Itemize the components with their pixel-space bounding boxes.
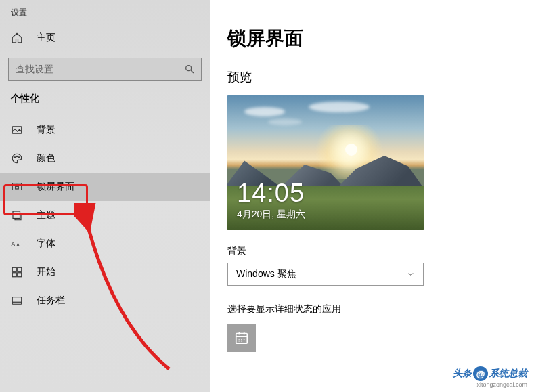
sidebar-item-fonts[interactable]: AA 字体: [0, 230, 210, 258]
section-header: 个性化: [0, 93, 210, 116]
preview-overlay: 14:05 4月20日, 星期六: [237, 180, 305, 221]
sidebar-item-label: 主题: [37, 209, 55, 221]
svg-point-4: [16, 156, 18, 157]
dropdown-selected: Windows 聚焦: [236, 268, 296, 280]
lockscreen-icon: [11, 181, 23, 193]
start-icon: [11, 266, 23, 278]
main-content: 锁屏界面 预览 14:05 4月20日, 星期六 背景 Windows 聚焦 选…: [227, 26, 522, 352]
preview-time: 14:05: [237, 180, 305, 207]
svg-point-0: [186, 66, 192, 71]
sidebar-item-background[interactable]: 背景: [0, 116, 210, 144]
svg-rect-7: [16, 186, 19, 189]
calendar-icon: [234, 330, 249, 345]
taskbar-icon: [11, 295, 23, 307]
lockscreen-preview: 14:05 4月20日, 星期六: [227, 95, 424, 230]
sidebar-item-label: 背景: [37, 124, 55, 136]
svg-point-5: [18, 157, 20, 158]
sidebar-item-lockscreen[interactable]: 锁屏界面: [0, 173, 210, 201]
sidebar-item-label: 任务栏: [37, 295, 65, 307]
sidebar-item-label: 锁屏界面: [37, 181, 74, 193]
picture-icon: [11, 124, 23, 136]
svg-rect-8: [13, 211, 20, 219]
svg-rect-17: [236, 334, 248, 344]
palette-icon: [11, 152, 23, 165]
background-label: 背景: [227, 245, 522, 257]
svg-rect-14: [18, 273, 22, 277]
search-icon: [184, 64, 195, 74]
svg-line-1: [191, 70, 194, 73]
sidebar-item-taskbar[interactable]: 任务栏: [0, 286, 210, 315]
home-nav[interactable]: 主页: [0, 25, 210, 51]
search-box: [8, 58, 202, 81]
preview-label: 预览: [227, 69, 522, 85]
svg-text:A: A: [16, 242, 20, 247]
sidebar-item-colors[interactable]: 颜色: [0, 144, 210, 173]
svg-rect-12: [18, 267, 22, 271]
app-title: 设置: [0, 7, 210, 25]
sidebar: 设置 主页 个性化 背景 颜色 锁屏界面 主题: [0, 0, 210, 392]
fonts-icon: AA: [11, 238, 23, 250]
chevron-down-icon: [407, 270, 415, 278]
sidebar-item-themes[interactable]: 主题: [0, 201, 210, 230]
home-label: 主页: [37, 32, 55, 44]
sidebar-item-start[interactable]: 开始: [0, 258, 210, 286]
svg-rect-11: [12, 267, 16, 271]
sidebar-item-label: 颜色: [37, 152, 55, 165]
page-title: 锁屏界面: [227, 26, 522, 51]
sidebar-item-label: 字体: [37, 238, 55, 250]
search-input[interactable]: [8, 58, 202, 81]
detail-app-tile[interactable]: [227, 324, 256, 352]
home-icon: [11, 32, 23, 44]
svg-text:A: A: [11, 240, 16, 248]
preview-date: 4月20日, 星期六: [237, 209, 305, 221]
themes-icon: [11, 209, 23, 221]
detail-status-label: 选择要显示详细状态的应用: [227, 303, 522, 315]
svg-point-3: [14, 157, 16, 158]
svg-rect-13: [12, 273, 16, 277]
svg-rect-15: [12, 297, 22, 305]
watermark: 头条@系统总裁 xitongzongcai.com: [453, 366, 527, 388]
sidebar-item-label: 开始: [37, 266, 55, 278]
background-dropdown[interactable]: Windows 聚焦: [227, 263, 424, 286]
